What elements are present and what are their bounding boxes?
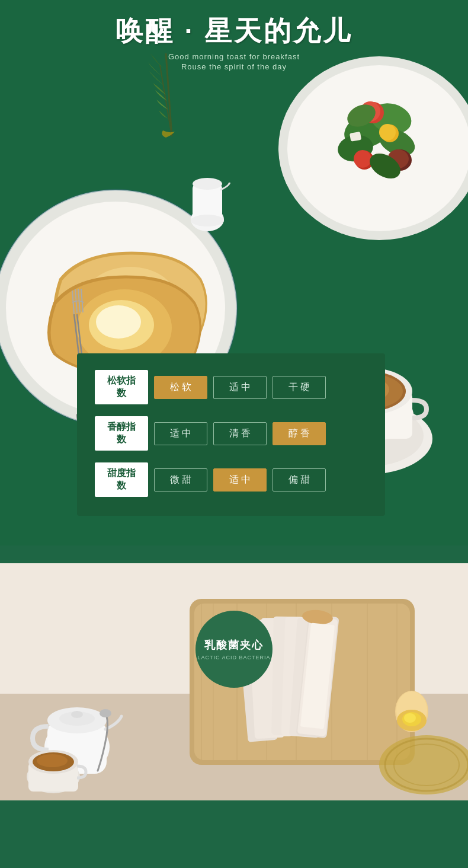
sweetness-option-3[interactable]: 偏 甜: [273, 468, 326, 492]
svg-point-78: [404, 713, 416, 723]
product-label-en: LACTIC ACID BACTERIA: [197, 655, 270, 660]
sweetness-option-2[interactable]: 适 中: [213, 468, 267, 492]
sweetness-row: 甜度指数 微 甜 适 中 偏 甜: [95, 462, 367, 497]
aroma-option-1[interactable]: 适 中: [154, 422, 207, 445]
hero-subtitle2: Rouse the spirit of the day: [0, 62, 468, 71]
product-section: 乳酸菌夹心 LACTIC ACID BACTERIA: [0, 563, 468, 800]
softness-option-3[interactable]: 干 硬: [273, 376, 326, 399]
hero-subtitle1: Good morning toast for breakfast: [0, 52, 468, 61]
product-label-circle: 乳酸菌夹心 LACTIC ACID BACTERIA: [195, 611, 273, 688]
page-wrapper: 唤醒 · 星天的允儿 Good morning toast for breakf…: [0, 0, 468, 800]
softness-label: 松软指数: [95, 370, 148, 404]
hero-title: 唤醒 · 星天的允儿: [0, 13, 468, 50]
sweetness-option-1[interactable]: 微 甜: [154, 468, 207, 492]
softness-option-2[interactable]: 适 中: [213, 376, 267, 399]
product-image-area: 乳酸菌夹心 LACTIC ACID BACTERIA: [0, 563, 468, 800]
svg-point-19: [193, 178, 222, 190]
svg-point-8: [96, 305, 141, 339]
svg-point-22: [287, 65, 468, 231]
aroma-label: 香醇指数: [95, 416, 148, 451]
hero-section: 唤醒 · 星天的允儿 Good morning toast for breakf…: [0, 0, 468, 545]
sweetness-label: 甜度指数: [95, 462, 148, 497]
index-panel: 松软指数 松 软 适 中 干 硬 香醇指数 适 中 清 香 醇 香 甜度指数 微…: [77, 353, 385, 516]
aroma-row: 香醇指数 适 中 清 香 醇 香: [95, 416, 367, 451]
softness-row: 松软指数 松 软 适 中 干 硬: [95, 370, 367, 404]
svg-point-83: [71, 711, 83, 718]
product-label-zh: 乳酸菌夹心: [204, 638, 264, 652]
svg-point-84: [100, 709, 111, 717]
softness-option-1[interactable]: 松 软: [154, 376, 207, 399]
svg-point-20: [191, 215, 224, 226]
svg-point-30: [379, 124, 396, 141]
aroma-option-2[interactable]: 清 香: [213, 422, 267, 445]
hero-title-area: 唤醒 · 星天的允儿 Good morning toast for breakf…: [0, 7, 468, 71]
svg-point-89: [37, 754, 68, 767]
aroma-option-3[interactable]: 醇 香: [273, 422, 326, 445]
svg-point-32: [354, 150, 371, 168]
